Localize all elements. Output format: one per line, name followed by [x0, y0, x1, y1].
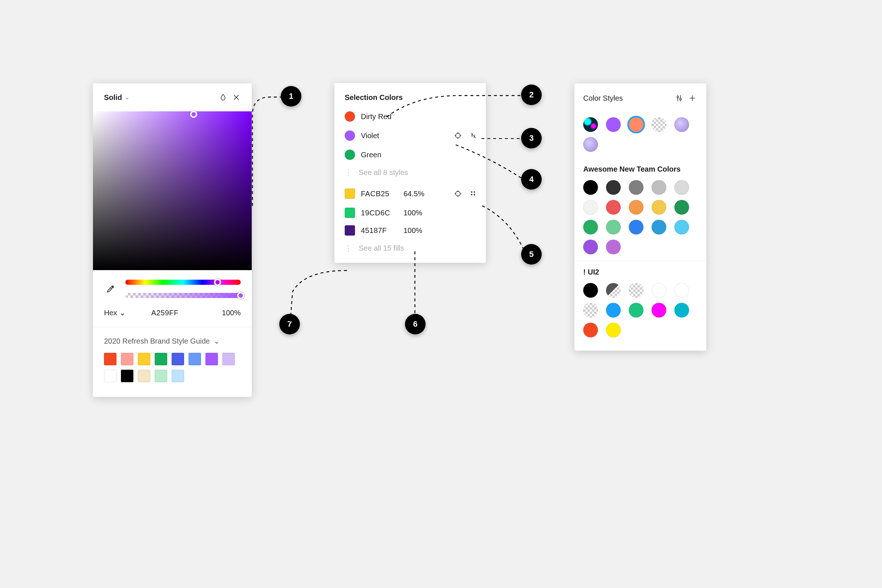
color-style-swatch[interactable] [674, 200, 689, 214]
fill-type-label: Solid [104, 93, 122, 102]
callout-arrow-3 [482, 138, 523, 139]
doc-swatch[interactable] [155, 353, 167, 365]
color-style-swatch[interactable] [629, 220, 644, 234]
close-button[interactable] [230, 91, 243, 104]
color-style-swatch[interactable] [606, 180, 621, 195]
dots-vertical-icon: ⋮ [345, 244, 352, 252]
color-style-swatch[interactable] [629, 200, 644, 214]
opacity-input[interactable]: 100% [222, 309, 241, 317]
color-style-swatch[interactable] [652, 117, 666, 132]
color-style-swatch[interactable] [606, 240, 621, 254]
color-style-swatch[interactable] [652, 220, 666, 234]
color-style-swatch[interactable] [583, 180, 598, 195]
color-style-swatch[interactable] [583, 303, 598, 318]
fill-type-dropdown[interactable]: Solid ⌄ [104, 93, 129, 102]
section-title: Awesome New Team Colors [583, 165, 698, 174]
create-style-button[interactable] [467, 187, 480, 200]
color-style-swatch[interactable] [674, 117, 689, 132]
color-style-swatch[interactable] [583, 240, 598, 254]
callout-arrow-5 [482, 205, 529, 256]
doc-swatch[interactable] [189, 353, 201, 365]
chevron-down-icon: ⌄ [119, 308, 126, 317]
svg-point-4 [474, 191, 475, 193]
color-style-swatch[interactable] [583, 283, 598, 298]
color-style-swatch[interactable] [629, 283, 644, 298]
fill-opacity: 100% [404, 226, 433, 235]
color-style-swatch[interactable] [674, 303, 689, 318]
doc-swatch[interactable] [222, 353, 235, 365]
blend-mode-button[interactable] [216, 91, 230, 104]
color-style-swatch[interactable] [652, 200, 666, 214]
eyedropper-button[interactable] [104, 282, 117, 296]
color-style-swatch[interactable] [606, 303, 621, 318]
hex-input[interactable]: A259FF [152, 309, 178, 317]
color-style-swatch[interactable] [606, 322, 621, 338]
fill-hex: FACB25 [361, 190, 398, 198]
color-mode-label: Hex [104, 309, 117, 317]
callout-arrow-7 [290, 270, 348, 325]
color-style-swatch[interactable] [629, 117, 644, 132]
fill-swatch [345, 208, 355, 218]
color-sliders [93, 270, 252, 303]
color-style-swatch[interactable] [652, 303, 666, 318]
document-colors-section: 2020 Refresh Brand Style Guide ⌄ [93, 327, 252, 397]
selection-fill-row[interactable]: 45187F 100% [334, 222, 486, 239]
color-style-swatch[interactable] [629, 303, 644, 318]
eyedropper-icon [106, 284, 116, 294]
color-style-swatch[interactable] [583, 137, 598, 152]
hue-slider[interactable] [125, 280, 241, 285]
callout-arrow-1 [252, 96, 285, 207]
color-mode-dropdown[interactable]: Hex ⌄ [104, 308, 126, 317]
color-style-swatch[interactable] [606, 117, 621, 132]
saturation-field[interactable] [93, 111, 252, 270]
document-colors-dropdown[interactable]: 2020 Refresh Brand Style Guide ⌄ [104, 337, 241, 345]
alpha-slider[interactable] [125, 293, 241, 298]
color-style-swatch[interactable] [674, 180, 689, 195]
see-all-fills-link[interactable]: ⋮ See all 15 fills [334, 239, 486, 259]
color-style-section: Awesome New Team Colors [574, 158, 706, 260]
color-style-swatch[interactable] [583, 200, 598, 214]
doc-swatch[interactable] [138, 370, 150, 382]
sliders-icon [675, 94, 683, 102]
color-style-swatch[interactable] [674, 283, 689, 298]
selection-fill-row[interactable]: FACB25 64.5% [334, 183, 486, 204]
color-style-swatch[interactable] [583, 117, 598, 132]
color-style-swatch[interactable] [583, 220, 598, 234]
chevron-down-icon: ⌄ [125, 94, 129, 100]
saturation-handle[interactable] [190, 111, 197, 118]
doc-swatch[interactable] [138, 353, 150, 365]
callout-arrow-6 [412, 251, 417, 315]
go-to-style-button[interactable] [451, 129, 465, 142]
close-icon [232, 93, 240, 101]
color-styles-title: Color Styles [583, 94, 672, 102]
color-style-swatch[interactable] [606, 220, 621, 234]
style-settings-button[interactable] [672, 92, 686, 105]
alpha-thumb[interactable] [237, 292, 244, 299]
fill-hex: 45187F [361, 226, 398, 235]
color-style-swatch[interactable] [606, 283, 621, 298]
doc-swatch[interactable] [155, 370, 167, 382]
add-style-button[interactable] [686, 92, 699, 105]
doc-swatch[interactable] [172, 353, 184, 365]
callout-badge-2: 2 [521, 84, 542, 105]
color-style-swatch[interactable] [652, 180, 666, 195]
color-style-swatch[interactable] [583, 322, 598, 338]
document-swatches [104, 353, 241, 382]
doc-swatch[interactable] [104, 353, 117, 365]
doc-swatch[interactable] [121, 370, 134, 382]
color-style-swatch[interactable] [606, 200, 621, 214]
doc-swatch[interactable] [172, 370, 184, 382]
detach-style-button[interactable] [467, 129, 480, 142]
doc-swatch[interactable] [206, 353, 218, 365]
selection-fill-row[interactable]: 19CD6C 100% [334, 204, 486, 222]
color-style-swatch[interactable] [674, 220, 689, 234]
selection-style-row[interactable]: Violet [334, 125, 486, 146]
hue-thumb[interactable] [214, 279, 221, 286]
doc-swatch[interactable] [121, 353, 134, 365]
doc-swatch[interactable] [104, 370, 117, 382]
color-style-swatch[interactable] [652, 283, 666, 298]
style-color-dot [345, 111, 355, 122]
go-to-fill-button[interactable] [451, 187, 465, 200]
color-styles-panel: Color Styles Awesome New Team Colors! UI… [574, 83, 706, 351]
color-style-swatch[interactable] [629, 180, 644, 195]
